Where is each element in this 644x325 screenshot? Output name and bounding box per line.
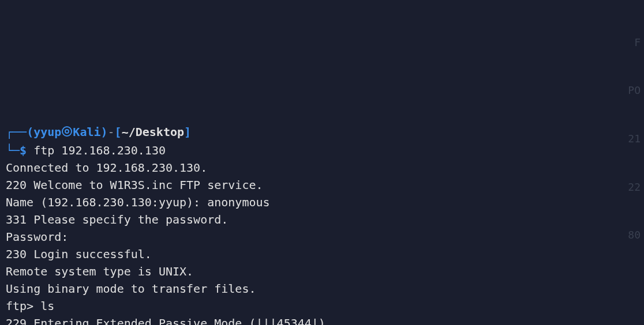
output-line: 220 Welcome to W1R3S.inc FTP service. xyxy=(6,178,263,192)
svg-point-0 xyxy=(62,127,72,136)
ftp-prompt[interactable]: ftp> ls xyxy=(6,299,54,313)
ghost-line: PO xyxy=(628,82,641,99)
prompt-box-tl: ┌── xyxy=(6,125,27,139)
svg-point-1 xyxy=(65,130,69,133)
prompt-dash: - xyxy=(108,125,115,139)
output-line: Connected to 192.168.230.130. xyxy=(6,161,207,175)
paren-open: ( xyxy=(27,125,33,139)
terminal[interactable]: ┌──(yyupKali)-[~/Desktop] └─$ ftp 192.16… xyxy=(6,106,638,325)
at-circle-icon xyxy=(61,124,73,142)
prompt-cwd: ~/Desktop xyxy=(122,125,184,139)
brack-close: ] xyxy=(184,125,191,139)
output-line: Name (192.168.230.130:yyup): anonymous xyxy=(6,195,270,209)
output-line: Password: xyxy=(6,230,68,244)
output-line: Remote system type is UNIX. xyxy=(6,264,193,278)
ghost-line: F xyxy=(628,35,641,51)
prompt-host: Kali xyxy=(73,125,100,139)
prompt-dollar: $ xyxy=(20,143,27,157)
output-line: 230 Login successful. xyxy=(6,247,152,261)
prompt-user: yyup xyxy=(33,125,61,139)
command-input[interactable]: ftp 192.168.230.130 xyxy=(33,143,166,157)
output-line: 331 Please specify the password. xyxy=(6,213,228,226)
prompt-box-bl: └─ xyxy=(6,143,20,157)
output-line: 229 Entering Extended Passive Mode (|||4… xyxy=(6,316,325,325)
paren-close: ) xyxy=(101,125,108,139)
output-line: Using binary mode to transfer files. xyxy=(6,282,256,296)
brack-open: [ xyxy=(115,125,122,139)
